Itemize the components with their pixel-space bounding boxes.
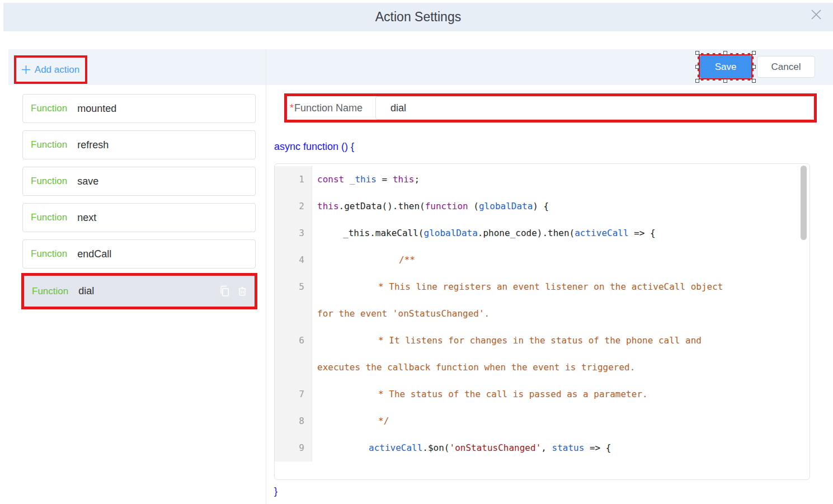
action-type-label: Function: [31, 176, 67, 187]
resize-handle[interactable]: [752, 79, 756, 83]
code-token: globalData: [479, 201, 533, 211]
action-name-label: endCall: [77, 248, 111, 260]
action-type-label: Function: [32, 286, 68, 297]
code-line: 2 this.getData().then(function (globalDa…: [275, 193, 810, 220]
action-name-label: dial: [78, 285, 94, 297]
action-list-item[interactable]: Function endCall: [22, 239, 256, 269]
code-token: ) {: [533, 201, 549, 211]
line-number: 1: [275, 166, 312, 193]
action-list-item[interactable]: Function mounted: [22, 94, 256, 123]
code-line-content: const _this = this;: [312, 166, 810, 193]
code-token: => {: [629, 228, 656, 238]
code-line: 6 * It listens for changes in the status…: [275, 327, 810, 354]
code-token: * This line registers an event listener …: [378, 281, 723, 292]
action-type-label: Function: [31, 139, 67, 150]
function-signature: async function () {: [274, 141, 354, 153]
line-number: 7: [275, 381, 312, 408]
resize-handle[interactable]: [723, 51, 727, 55]
code-token: executes the callback function when the …: [317, 362, 635, 373]
code-token: this: [393, 174, 415, 185]
code-token: * The status of the call is passed as a …: [378, 389, 648, 399]
code-line-content: * It listens for changes in the status o…: [312, 327, 810, 354]
line-number: 8: [275, 408, 312, 435]
code-token: => {: [584, 442, 611, 453]
resize-handle[interactable]: [695, 51, 699, 55]
code-line: 3 _this.makeCall(globalData.phone_code).…: [275, 220, 810, 247]
action-list-item[interactable]: Function dial: [24, 276, 255, 307]
plus-icon: [22, 65, 30, 74]
resize-handle[interactable]: [752, 65, 756, 69]
code-line-content: activeCall.$on('onStatusChanged', status…: [312, 435, 810, 461]
code-token: /**: [399, 255, 415, 265]
dialog-header: Action Settings: [3, 3, 833, 31]
action-item-tools: [219, 285, 247, 297]
code-token: * It listens for changes in the status o…: [378, 335, 702, 346]
code-token: this: [317, 201, 339, 211]
delete-icon[interactable]: [238, 286, 247, 296]
close-icon[interactable]: [808, 7, 824, 22]
code-token: status: [552, 442, 585, 453]
closing-brace: }: [274, 486, 277, 497]
code-token: ;: [414, 174, 420, 185]
cancel-button[interactable]: Cancel: [757, 56, 815, 78]
action-list-item[interactable]: Function refresh: [22, 130, 256, 159]
dialog-title: Action Settings: [3, 3, 833, 31]
resize-handle[interactable]: [752, 51, 756, 55]
add-action-button[interactable]: Add action: [18, 64, 83, 76]
code-token: ,: [541, 442, 552, 453]
code-line: 5 * This line registers an event listene…: [275, 274, 810, 300]
line-number: 9: [275, 435, 312, 461]
action-type-label: Function: [31, 248, 67, 260]
code-token: [344, 174, 350, 185]
line-number: [275, 300, 312, 327]
code-token: const: [317, 174, 344, 185]
line-number: 6: [275, 327, 312, 354]
line-number: 5: [275, 274, 312, 300]
function-name-label-text: Function Name: [294, 102, 363, 114]
required-asterisk: *: [290, 102, 294, 114]
save-button[interactable]: Save: [700, 55, 751, 78]
add-action-label: Add action: [35, 64, 79, 76]
code-token: =: [377, 174, 393, 185]
code-token: (: [468, 201, 479, 211]
action-type-label: Function: [31, 103, 67, 114]
code-line-content: * The status of the call is passed as a …: [312, 381, 810, 408]
code-token: function: [425, 201, 468, 211]
code-line: for the event 'onStatusChanged'.: [275, 300, 810, 327]
save-annotation: Save: [698, 53, 754, 81]
resize-handle[interactable]: [695, 65, 699, 69]
action-name-label: mounted: [77, 103, 116, 115]
function-name-input[interactable]: dial: [375, 96, 814, 120]
action-name-label: next: [77, 212, 96, 224]
copy-icon[interactable]: [219, 285, 230, 297]
line-number: 2: [275, 193, 312, 220]
code-token: activeCall: [369, 442, 422, 453]
editor-scrollbar[interactable]: [801, 166, 807, 240]
code-line-content: /**: [312, 247, 810, 274]
code-line: 8 */: [275, 408, 810, 435]
line-number: 3: [275, 220, 312, 247]
line-number: 4: [275, 247, 312, 274]
function-name-label: * Function Name: [287, 96, 375, 120]
code-token: for the event 'onStatusChanged'.: [317, 308, 490, 319]
action-list-item[interactable]: Function next: [22, 203, 256, 232]
panel-divider: [266, 49, 266, 504]
code-line-content: for the event 'onStatusChanged'.: [312, 300, 810, 327]
code-editor[interactable]: 1 const _this = this; 2 this.getData().t…: [274, 163, 810, 480]
code-line-content: executes the callback function when the …: [312, 354, 810, 381]
code-token: 'onStatusChanged': [450, 442, 542, 453]
action-name-label: refresh: [77, 139, 109, 151]
resize-handle[interactable]: [695, 79, 699, 83]
code-lines: 1 const _this = this; 2 this.getData().t…: [275, 166, 810, 461]
code-token: .getData().then(: [339, 201, 425, 211]
code-token: activeCall: [575, 228, 628, 238]
close-icon-glyph: [808, 7, 824, 22]
action-list-item[interactable]: Function save: [22, 167, 256, 196]
code-line-content: _this.makeCall(globalData.phone_code).th…: [312, 220, 810, 247]
code-line-content: this.getData().then(function (globalData…: [312, 193, 810, 220]
code-line: 1 const _this = this;: [275, 166, 810, 193]
code-line-content: * This line registers an event listener …: [312, 274, 810, 300]
line-number: [275, 354, 312, 381]
code-token: globalData: [424, 228, 478, 238]
resize-handle[interactable]: [723, 79, 727, 83]
